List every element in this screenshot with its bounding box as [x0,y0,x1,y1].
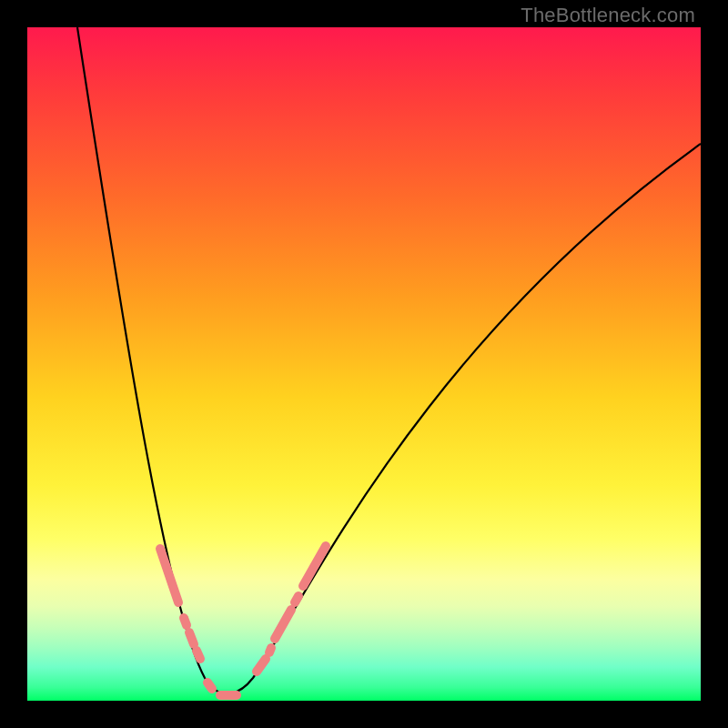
curve-markers [160,546,326,695]
watermark-text: TheBottleneck.com [521,4,695,27]
marker-seg [160,549,178,602]
marker-seg [269,648,271,652]
marker-seg [295,596,298,602]
marker-seg [189,632,194,644]
marker-seg [303,546,326,586]
marker-seg [184,618,187,625]
chart-area [27,27,701,701]
chart-svg [27,27,701,701]
marker-seg [197,651,200,659]
marker-seg [207,682,212,689]
marker-seg [257,659,266,672]
marker-seg [275,610,291,639]
